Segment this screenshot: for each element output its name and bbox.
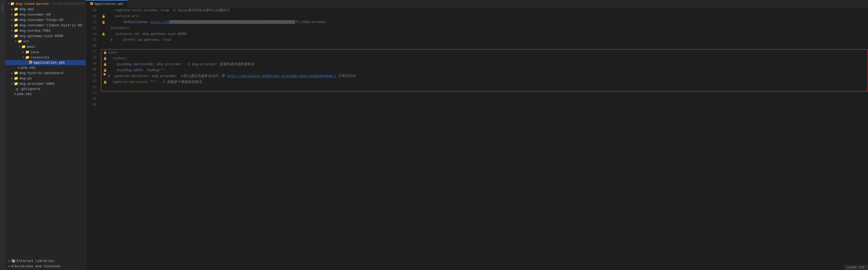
gutter-17: 🔒	[102, 50, 108, 56]
sidebar-item-dog-po[interactable]: ▶ 📁 dog-po	[5, 76, 86, 81]
root-label: dog-cloud-parent	[16, 2, 49, 6]
code-line-20: 🔒 zuulDog.path: /myDog/**	[102, 67, 866, 73]
dog-provider-icon: 📁	[14, 82, 18, 86]
resources-arrow: ▼	[22, 56, 25, 59]
sidebar-item-java[interactable]: ▶ 📁 java	[5, 50, 86, 55]
code-line-17: 🔒 zuul:	[102, 50, 866, 56]
status-label: CSDN中·夫京	[847, 266, 865, 269]
line-text-18: routes:	[108, 56, 127, 61]
sidebar-item-main[interactable]: ▼ 📁 main	[5, 44, 86, 50]
code-area[interactable]: 10 11 12 13 14 15 16 17 18 19 20 21 22 2…	[86, 7, 868, 270]
gutter-18: 🔒	[102, 56, 108, 61]
dog-consumer-80-icon: 📁	[14, 12, 18, 17]
code-line-14: 🔒 instance-id: dog-gateway-zuul-8090	[101, 31, 868, 37]
tab-application-yml[interactable]: 🅐 application.yml	[86, 0, 128, 7]
gutter-19: 🔒	[102, 61, 108, 67]
sidebar-item-dog-consumer-feign-80[interactable]: ▶ 📁 dog-consumer-feign-80	[5, 17, 86, 23]
sidebar-item-dog-consumer-80[interactable]: ▶ 📁 dog-consumer-80	[5, 12, 86, 17]
root-folder-icon: 📁	[10, 2, 14, 6]
java-folder-icon: 📁	[25, 50, 30, 54]
code-line-18: 🔒 routes:	[102, 56, 866, 61]
code-line-13: instance:	[101, 25, 868, 31]
dog-eureka-label: dog-eureka-7001	[19, 29, 51, 33]
dog-api-label: dog-api	[19, 7, 34, 11]
dog-gateway-label: dog-gateway-zuul-8090	[19, 34, 63, 38]
line-text-24	[106, 92, 108, 98]
root-path: ~/study/ideaStudy/d	[50, 2, 84, 5]
sidebar-item-dog-gateway[interactable]: ▼ 📁 dog-gateway-zuul-8090	[5, 33, 86, 39]
dog-consumer-feign-80-label: dog-consumer-feign-80	[19, 18, 63, 22]
line-text-15: # prefer-ip-address: true	[106, 37, 171, 43]
line-text-12: defaultZone: http://62██████████████████…	[107, 19, 327, 25]
dog-api-arrow: ▶	[10, 7, 14, 11]
java-label: java	[31, 50, 39, 54]
sidebar-item-src[interactable]: ▼ 📁 src	[5, 39, 86, 44]
sidebar-item-scratches[interactable]: ▶ ⚙ Scratches and Consoles	[5, 264, 86, 270]
sidebar-item-gitignore[interactable]: .g .gitignore	[5, 86, 86, 92]
console-icon: ⚙	[11, 264, 13, 268]
dog-consumer-feign-80-arrow: ▶	[10, 18, 14, 22]
pom-gateway-icon: m	[18, 66, 20, 70]
sidebar-item-dog-hystrix[interactable]: ▶ 📁 dog-hystrix-dashboard	[5, 70, 86, 76]
status-bar: CSDN中·夫京	[844, 265, 868, 270]
sidebar-item-application-yml[interactable]: 🅐 application.yml	[5, 60, 86, 65]
dog-po-label: dog-po	[19, 77, 32, 81]
dog-api-folder-icon: 📁	[14, 7, 18, 11]
java-arrow: ▶	[22, 51, 25, 54]
editor-area: 🅐 application.yml 10 11 12 13 14 15 16 1…	[86, 0, 868, 270]
sidebar-item-resources[interactable]: ▼ 📁 resources	[5, 55, 86, 60]
left-rail: Commit	[0, 0, 5, 270]
dog-consumer-80-label: dog-consumer-80	[19, 12, 51, 17]
gutter-11: 🔒	[101, 13, 106, 19]
sidebar-item-dog-api[interactable]: ▶ 📁 dog-api	[5, 6, 86, 12]
gutter-21	[102, 73, 108, 76]
yml-file-icon: 🅐	[29, 61, 32, 65]
gutter-22: 🔒	[102, 79, 108, 85]
gutter-14: 🔒	[101, 31, 106, 37]
sidebar-item-dog-eureka[interactable]: ▶ 📁 dog-eureka-7001	[5, 28, 86, 33]
dog-consumer-ribbon-label: dog-consumer-ribbon-hystrix-80	[19, 23, 82, 27]
sidebar-item-dog-provider[interactable]: ▶ 📁 dog-provider-8001	[5, 81, 86, 86]
line-text-10: register-with-eureka: true # false表示不向注册…	[106, 7, 229, 13]
dog-provider-arrow: ▶	[10, 82, 14, 85]
dog-consumer-80-arrow: ▶	[10, 13, 14, 16]
dog-po-icon: 📁	[14, 76, 18, 81]
line-text-20: zuulDog.path: /myDog/**	[108, 67, 165, 73]
src-folder-icon: 📁	[18, 39, 22, 43]
code-line-16	[101, 43, 868, 49]
dog-po-arrow: ▶	[10, 77, 14, 80]
red-box-section: 🔒 zuul: 🔒 routes: 🔒 zuulDog.serviceId: d…	[101, 49, 868, 92]
resources-folder-icon: 📁	[25, 55, 30, 60]
orange-dot-21	[103, 73, 106, 76]
line-numbers: 10 11 12 13 14 15 16 17 18 19 20 21 22 2…	[86, 7, 99, 270]
code-line-19: 🔒 zuulDog.serviceId: dog-provider # dog-…	[102, 61, 866, 67]
sidebar-item-external-libraries[interactable]: ▶ 📚 External Libraries	[5, 258, 86, 264]
ext-libs-arrow: ▶	[7, 259, 11, 263]
dog-provider-label: dog-provider-8001	[19, 82, 55, 86]
code-line-26	[101, 103, 868, 110]
tree-root[interactable]: ▼ 📁 dog-cloud-parent ~/study/ideaStudy/d	[5, 1, 86, 6]
pom-root-icon: m	[14, 92, 16, 96]
scratches-label: Scratches and Consoles	[14, 264, 61, 268]
line-text-21: # ignored-services: dog-provider #禁止通过此服…	[108, 73, 355, 79]
dog-consumer-ribbon-icon: 📁	[14, 23, 18, 27]
code-line-24	[101, 92, 868, 98]
commit-label: Commit	[1, 3, 4, 12]
dog-hystrix-arrow: ▶	[10, 71, 14, 74]
resources-label: resources	[31, 56, 49, 60]
line-text-25	[106, 98, 108, 103]
line-text-22: ignored-services: "*" # 忽略多个微服务的情况	[108, 79, 202, 85]
gutter-20: 🔒	[102, 67, 108, 73]
code-content[interactable]: register-with-eureka: true # false表示不向注册…	[99, 7, 868, 270]
line-text-23	[108, 85, 110, 91]
code-line-15: # prefer-ip-address: true	[101, 37, 868, 43]
line-text-19: zuulDog.serviceId: dog-provider # dog-pr…	[108, 61, 254, 67]
sidebar-item-pom-root[interactable]: m pom.xml	[5, 92, 86, 97]
line-text-17: zuul:	[108, 50, 119, 56]
tab-yml-label: application.yml	[94, 2, 123, 6]
sidebar-item-pom-gateway[interactable]: m pom.xml	[5, 65, 86, 70]
gutter-12: 🔒	[101, 19, 106, 25]
dog-consumer-ribbon-arrow: ▶	[10, 24, 14, 27]
sidebar-item-dog-consumer-ribbon[interactable]: ▶ 📁 dog-consumer-ribbon-hystrix-80	[5, 23, 86, 28]
code-line-10: register-with-eureka: true # false表示不向注册…	[101, 7, 868, 13]
